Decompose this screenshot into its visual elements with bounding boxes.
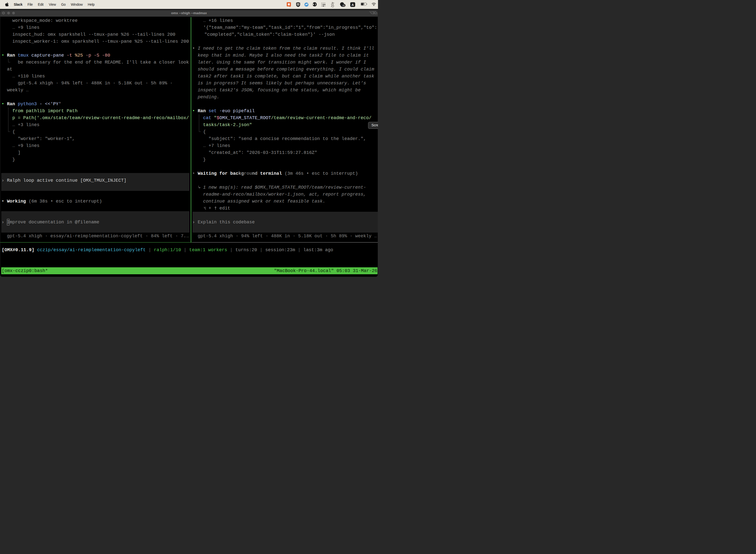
svg-text:..61: ..61	[341, 4, 345, 7]
svg-text:A: A	[352, 3, 354, 7]
